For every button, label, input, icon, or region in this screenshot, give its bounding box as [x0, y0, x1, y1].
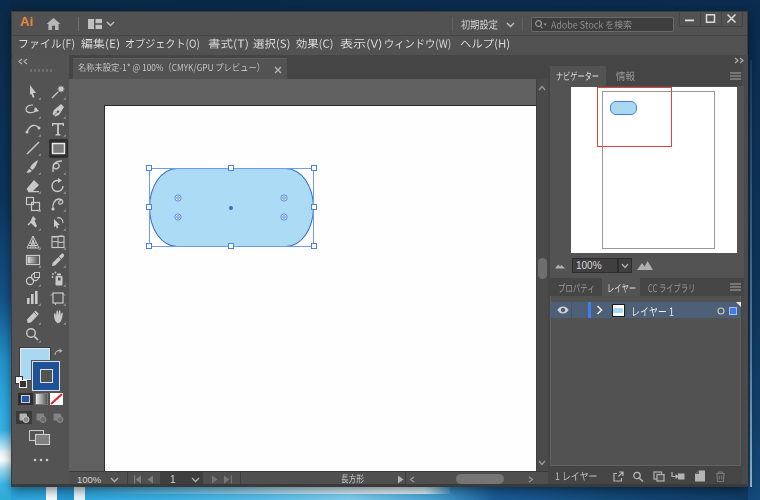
svg-text:100%: 100%: [576, 260, 602, 271]
svg-text:Ai: Ai: [20, 14, 33, 29]
